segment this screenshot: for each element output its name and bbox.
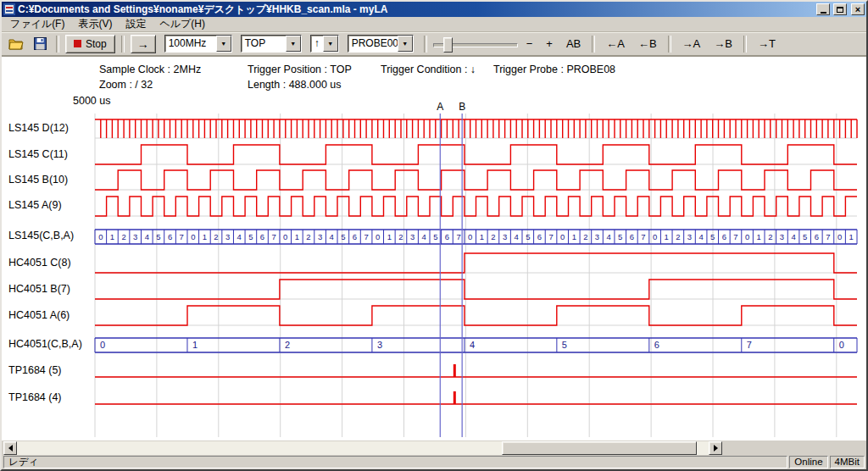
minimize-button[interactable] [816, 3, 830, 15]
chevron-down-icon[interactable]: ▼ [398, 36, 413, 52]
bus-value: 7 [456, 232, 460, 241]
bus-value: 2 [285, 340, 290, 350]
scroll-left-button[interactable] [3, 441, 17, 455]
minimize-icon [821, 12, 826, 14]
zoom-out-button[interactable]: − [521, 35, 538, 53]
scroll-strip [2, 441, 866, 455]
zoom-in-button[interactable]: + [541, 35, 558, 53]
right-arrow-icon [714, 445, 721, 452]
goto-cursor-a-button[interactable]: ←A [601, 35, 630, 53]
zoom-slider[interactable] [433, 36, 518, 53]
stop-button[interactable]: Stop [65, 35, 115, 53]
bus-value: 5 [618, 232, 622, 241]
waveform-client-area: Sample Clock : 2MHz Trigger Position : T… [2, 56, 866, 441]
bus-value: 0 [98, 232, 103, 241]
menu-help[interactable]: ヘルプ(H) [153, 16, 212, 32]
bus-value: 4 [237, 232, 242, 241]
bus-value: 4 [330, 232, 334, 241]
maximize-button[interactable] [833, 3, 847, 15]
bus-value: 7 [180, 232, 184, 241]
floppy-icon [34, 37, 47, 50]
menu-file[interactable]: ファイル(F) [3, 16, 71, 32]
toolbar-separator [56, 36, 59, 53]
trigger-edge-select[interactable]: ↑ ▼ [310, 35, 339, 53]
app-window: C:¥Documents and Settings¥noname¥デスクトップ¥… [0, 0, 868, 471]
bus-value: 1 [295, 232, 299, 241]
scrollbar-thumb[interactable] [502, 441, 697, 455]
status-memory: 4MBit [830, 456, 865, 468]
bus-value: 4 [698, 232, 703, 241]
move-cursor-a-button[interactable]: →A [677, 35, 706, 53]
bus-value: 2 [306, 232, 310, 241]
bus-value: 2 [768, 232, 772, 241]
save-button[interactable] [30, 35, 50, 53]
toolbar-separator [668, 36, 671, 53]
waveform-bit [95, 280, 857, 299]
bus-value: 0 [560, 232, 565, 241]
bus-value: 1 [192, 340, 198, 350]
bus-value: 7 [548, 232, 553, 241]
waveform-bit [95, 197, 857, 216]
bus-value: 5 [710, 232, 715, 241]
waveform-bit [95, 145, 857, 164]
bus-value: 3 [687, 232, 692, 241]
bus-value: 7 [733, 232, 737, 241]
status-online: Online [789, 456, 827, 468]
bus-value: 1 [849, 232, 854, 241]
bus-value: 2 [214, 232, 218, 241]
run-button[interactable]: → [131, 35, 156, 53]
cursor-a-label: A [437, 101, 443, 113]
bus-value: 5 [803, 232, 807, 241]
waveform-clock [95, 119, 857, 138]
app-icon [3, 3, 15, 15]
bus-value: 0 [191, 232, 195, 241]
waveform-bit [95, 253, 857, 273]
chevron-down-icon[interactable]: ▼ [323, 36, 338, 52]
scroll-right-button[interactable] [709, 441, 722, 455]
bus-value: 6 [815, 232, 819, 241]
bus-value: 3 [503, 232, 507, 241]
chevron-down-icon[interactable]: ▼ [216, 36, 231, 52]
sample-rate-select[interactable]: 100MHz ▼ [164, 35, 232, 53]
close-button[interactable]: × [851, 3, 865, 15]
bus-value: 6 [353, 232, 357, 241]
bus-value: 0 [839, 340, 844, 350]
bus-value: 2 [676, 232, 680, 241]
menu-settings[interactable]: 設定 [119, 16, 153, 32]
zoom-slider-thumb[interactable] [443, 37, 453, 53]
trigger-probe-select[interactable]: PROBE00 ▼ [348, 35, 414, 53]
bus-value: 1 [572, 232, 576, 241]
toolbar-separator [424, 36, 427, 53]
open-button[interactable] [6, 35, 26, 53]
menu-view[interactable]: 表示(V) [71, 16, 119, 32]
sample-rate-value: 100MHz [165, 36, 216, 52]
bus-value: 6 [630, 232, 634, 241]
menubar: ファイル(F) 表示(V) 設定 ヘルプ(H) [2, 17, 866, 32]
waveform-bit [95, 306, 857, 325]
trigger-position-select[interactable]: TOP ▼ [241, 35, 302, 53]
trigger-position-value: TOP [242, 36, 286, 52]
bus-value: 5 [562, 340, 567, 350]
bus-value: 7 [364, 232, 368, 241]
statusbar: レディ Online 4MBit [2, 455, 866, 469]
maximize-icon [837, 7, 843, 13]
titlebar: C:¥Documents and Settings¥noname¥デスクトップ¥… [2, 2, 866, 17]
bus-value: 6 [654, 340, 659, 350]
ab-range-button[interactable]: AB [561, 35, 586, 53]
goto-trigger-button[interactable]: →T [753, 35, 781, 53]
bus-value: 1 [480, 232, 484, 241]
bus-value: 7 [641, 232, 645, 241]
scrollbar-track[interactable] [17, 441, 709, 455]
move-cursor-b-button[interactable]: →B [709, 35, 737, 53]
bus-value: 3 [318, 232, 322, 241]
chevron-down-icon[interactable]: ▼ [286, 36, 301, 52]
bus-value: 3 [595, 232, 599, 241]
bus-value: 0 [100, 340, 105, 350]
bus-value: 2 [583, 232, 587, 241]
bus-value: 1 [757, 232, 761, 241]
goto-cursor-b-button[interactable]: ←B [633, 35, 662, 53]
bus-value: 5 [341, 232, 345, 241]
bus-value: 6 [260, 232, 264, 241]
bus-value: 6 [168, 232, 172, 241]
horizontal-scrollbar[interactable] [3, 441, 722, 455]
